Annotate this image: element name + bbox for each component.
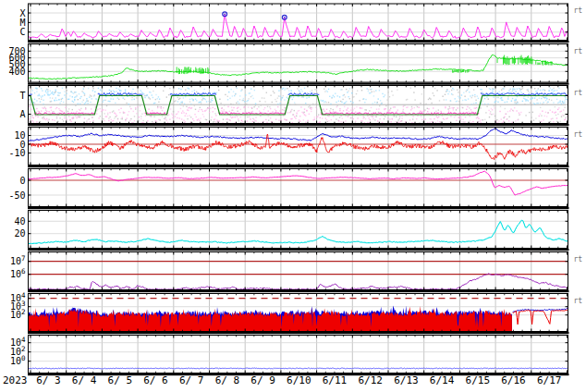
x-tick-label: 6/ 7 (179, 374, 204, 386)
y-tick-label: 20 (14, 228, 25, 239)
x-axis-labels: 6/ 36/ 46/ 56/ 66/ 76/ 86/ 96/106/116/12… (36, 374, 561, 386)
x-tick-label: 6/15 (466, 374, 491, 386)
panel-separator (28, 290, 569, 292)
x-tick-label: 6/16 (501, 374, 526, 386)
panel-electron-flux: 107106rt (10, 252, 582, 293)
x-tick-label: 6/ 3 (36, 374, 61, 386)
x-tick-label: 6/12 (358, 374, 383, 386)
realtime-flag: rt (574, 6, 583, 15)
x-tick-label: 6/13 (394, 374, 419, 386)
year-label: 2023 (3, 374, 28, 386)
x-tick-label: 6/11 (323, 374, 348, 386)
panel-separator (28, 207, 569, 209)
y-tick-label: 400 (8, 67, 25, 77)
panel-imf-sector: TArt (19, 86, 582, 127)
flare-marker-dot (284, 17, 286, 18)
panel-xray-flux: XMCrt (19, 4, 582, 43)
x-tick-label: 6/10 (287, 374, 311, 386)
y-tick-label: 100 (10, 354, 26, 366)
panel-separator (28, 41, 569, 43)
realtime-flag: rt (574, 297, 583, 305)
panel-proton-density: 4020 (14, 211, 568, 251)
panel-separator (28, 83, 569, 85)
chart-canvas: XMCrt700600500400rtTArt100-10rt0-5040201… (0, 0, 586, 392)
panel-separator (28, 165, 569, 167)
y-tick-label: 102 (10, 308, 26, 320)
y-tick-label: 40 (14, 216, 25, 227)
x-tick-label: 6/ 5 (108, 374, 133, 386)
x-tick-label: 6/ 8 (215, 374, 240, 386)
solar-activity-chart: XMCrt700600500400rtTArt100-10rt0-5040201… (0, 0, 586, 392)
y-tick-label: -50 (8, 190, 25, 201)
y-tick-label: T (19, 91, 25, 101)
y-tick-label: 107 (10, 254, 26, 266)
panel-separator (28, 332, 569, 334)
flare-marker-dot (224, 13, 226, 15)
y-tick-label: 106 (10, 267, 26, 279)
x-tick-label: 6/17 (537, 374, 562, 386)
y-tick-label: A (19, 109, 25, 119)
panel-separator (28, 249, 569, 251)
x-tick-label: 6/ 4 (72, 374, 97, 386)
panel-imf-bt-bz: 100-10rt (8, 128, 582, 168)
y-tick-label: 0 (19, 176, 25, 186)
realtime-flag: rt (574, 47, 583, 55)
x-tick-label: 6/ 6 (143, 374, 168, 386)
x-tick-label: 6/ 9 (250, 374, 275, 386)
panel-proton-flux: 104103102rt (10, 291, 582, 334)
panel-separator (28, 124, 569, 126)
panel-solar-wind-speed: 700600500400rt (8, 44, 582, 85)
y-tick-label: X (19, 8, 25, 18)
realtime-flag: rt (574, 255, 583, 263)
realtime-flag: rt (574, 130, 583, 139)
y-tick-label: -10 (8, 148, 25, 158)
x-tick-label: 6/14 (430, 374, 455, 386)
panel-dst-index: 0-50 (8, 169, 568, 210)
panel-low-energy-flux: 104102100 (10, 336, 569, 376)
y-tick-label: C (19, 27, 25, 37)
realtime-flag: rt (574, 89, 583, 97)
